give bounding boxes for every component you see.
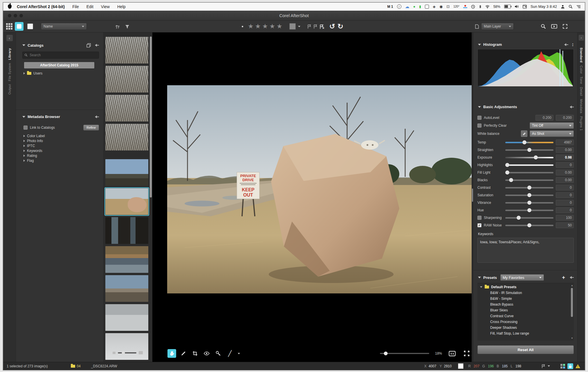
fit-to-screen-button[interactable] <box>462 350 471 357</box>
metadata-tree-flag[interactable]: Flag <box>16 158 103 163</box>
tab-plugins-1[interactable]: Plugins 1 <box>580 116 583 131</box>
tab-metadata[interactable]: Metadata <box>580 99 583 113</box>
collapse-triangle-icon[interactable] <box>478 106 481 108</box>
metadata-tree-photo-info[interactable]: Photo Info <box>16 138 103 143</box>
slider-handle[interactable] <box>122 351 125 354</box>
brush-tool[interactable] <box>179 349 188 358</box>
slider-handle[interactable] <box>505 163 509 167</box>
catalog-search-box[interactable] <box>22 52 99 59</box>
page-icon[interactable] <box>475 24 479 29</box>
tab-detail[interactable]: Detail <box>580 87 583 96</box>
collapse-left-panel-button[interactable]: ‹ <box>6 35 13 41</box>
heal-clone-tool[interactable] <box>214 349 223 358</box>
fill-light-slider[interactable] <box>505 172 553 173</box>
lock-status-icon[interactable] <box>567 363 573 369</box>
sharpening-slider[interactable] <box>505 217 553 219</box>
volume-icon[interactable] <box>515 5 519 8</box>
vibrance-value[interactable]: 0 <box>556 200 574 206</box>
slider-handle[interactable] <box>505 170 509 175</box>
notification-center-icon[interactable] <box>576 5 581 8</box>
color-label-swatch[interactable] <box>289 23 296 30</box>
flag-pick-icon[interactable] <box>307 24 311 29</box>
vibrance-slider[interactable] <box>505 202 553 204</box>
zoom-slider-handle[interactable] <box>384 352 388 355</box>
metadata-tree-rating[interactable]: Rating <box>16 153 103 158</box>
temp-slider[interactable] <box>505 142 553 143</box>
expand-triangle-icon[interactable] <box>24 135 25 137</box>
thumbnail[interactable] <box>105 159 148 186</box>
fill-light-value[interactable]: 0.00 <box>556 170 574 175</box>
contrast-slider[interactable] <box>505 187 553 188</box>
slider-handle[interactable] <box>522 140 526 144</box>
search-icon[interactable] <box>541 24 546 29</box>
window-app-icon[interactable] <box>425 5 429 9</box>
catalogs-section-header[interactable]: Catalogs <box>22 43 99 48</box>
filter-icon[interactable] <box>125 24 129 29</box>
spotlight-search-icon[interactable] <box>569 5 573 9</box>
thumbnail[interactable] <box>105 66 148 92</box>
contrast-value[interactable]: 0 <box>556 185 574 190</box>
presets-header[interactable]: Presets My Favorites + <box>478 274 574 281</box>
pin-icon[interactable] <box>564 43 568 46</box>
highlights-slider[interactable] <box>505 164 553 166</box>
pin-icon[interactable] <box>95 44 99 47</box>
slider-handle[interactable] <box>509 178 513 182</box>
new-catalog-icon[interactable] <box>86 43 91 48</box>
preset-item[interactable]: B&W - Simple <box>477 296 574 302</box>
catalog-item-selected[interactable]: AfterShot Catalog 2015 <box>24 62 94 68</box>
expand-triangle-icon[interactable] <box>24 155 25 157</box>
menu-edit[interactable]: Edit <box>86 4 93 9</box>
slider-handle[interactable] <box>527 193 531 197</box>
slider-handle[interactable] <box>527 223 531 227</box>
pan-hand-tool[interactable] <box>167 349 176 358</box>
proof-flag-icon[interactable] <box>542 364 550 368</box>
minimize-window-button[interactable] <box>14 14 17 17</box>
thumbnail[interactable] <box>105 275 148 302</box>
slider-handle[interactable] <box>527 186 531 190</box>
preset-item[interactable]: Deeper Shadows <box>477 325 574 331</box>
preset-item[interactable]: Contrast Curve <box>477 313 574 319</box>
saturation-slider[interactable] <box>505 195 553 196</box>
histogram-header[interactable]: Histogram ▲▼ <box>478 42 574 47</box>
rating-star-3[interactable]: ★ <box>262 23 268 29</box>
sort-direction-icon[interactable] <box>115 24 120 29</box>
expand-triangle-icon[interactable] <box>24 72 25 75</box>
straighten-slider[interactable] <box>505 149 553 151</box>
reset-all-button[interactable]: Reset All <box>477 345 574 354</box>
warning-icon[interactable] <box>575 363 581 369</box>
slider-handle[interactable] <box>527 201 531 205</box>
calendar-icon[interactable] <box>523 5 527 8</box>
flag-reject-icon[interactable] <box>313 24 317 29</box>
zoom-slider[interactable] <box>380 353 429 354</box>
collapse-triangle-icon[interactable] <box>22 116 25 118</box>
single-image-view-button[interactable] <box>15 22 24 31</box>
slider-handle[interactable] <box>527 208 531 212</box>
flag-clear-icon[interactable] <box>320 24 324 29</box>
menu-view[interactable]: View <box>101 4 110 9</box>
red-eye-tool[interactable] <box>202 349 211 358</box>
menu-help[interactable]: Help <box>117 4 126 9</box>
display-app-icon[interactable]: ⊡ <box>446 4 450 9</box>
grid-status-icon[interactable] <box>560 363 566 369</box>
grid-view-icon[interactable] <box>6 23 12 30</box>
pin-icon[interactable] <box>570 276 574 279</box>
leaf-app-icon[interactable]: ● <box>413 4 416 9</box>
no-rating-dot[interactable] <box>242 26 243 27</box>
thumbnail[interactable] <box>105 304 148 331</box>
more-tools-chevron-icon[interactable] <box>238 353 240 354</box>
info-icon[interactable]: i <box>397 4 401 9</box>
user-icon[interactable] <box>561 5 565 9</box>
metadata-tree-keywords[interactable]: Keywords <box>16 148 103 153</box>
exposure-slider[interactable] <box>505 157 553 158</box>
cloud-app-icon[interactable]: ☁ <box>405 4 410 9</box>
thumbnail[interactable] <box>105 333 148 360</box>
close-window-button[interactable] <box>8 14 11 17</box>
preset-item[interactable]: Bleach Bypass <box>477 302 574 307</box>
temp-value[interactable]: 4987 <box>556 139 574 145</box>
collapse-triangle-icon[interactable] <box>478 277 481 278</box>
rating-star-2[interactable]: ★ <box>255 23 261 29</box>
autolevel-checkbox[interactable] <box>477 116 481 120</box>
menu-clock-datetime[interactable]: Sun May 3 8:42 <box>531 4 557 9</box>
thumbnail-selected[interactable] <box>105 188 148 215</box>
thumbnail-size-slider[interactable] <box>118 352 136 353</box>
